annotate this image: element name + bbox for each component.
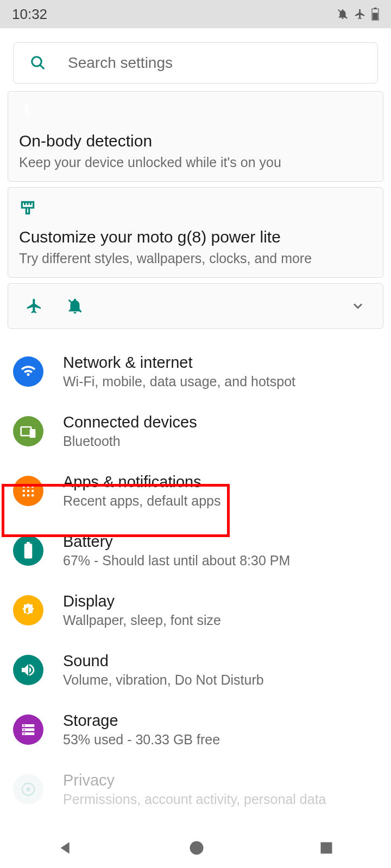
privacy-icon [13, 774, 43, 805]
status-bar: 10:32 [0, 0, 391, 28]
nav-bar [0, 828, 391, 868]
svg-point-4 [32, 57, 42, 67]
svg-rect-8 [21, 427, 31, 436]
row-network[interactable]: Network & internet Wi-Fi, mobile, data u… [0, 342, 391, 401]
row-subtitle: Bluetooth [63, 433, 197, 449]
svg-point-25 [23, 725, 25, 726]
customize-card[interactable]: Customize your moto g(8) power lite Try … [8, 187, 383, 278]
row-privacy[interactable]: Privacy Permissions, account activity, p… [0, 760, 391, 819]
row-title: Connected devices [63, 413, 197, 431]
nav-home-icon[interactable] [188, 840, 205, 856]
svg-rect-9 [30, 429, 36, 438]
customize-title: Customize your moto g(8) power lite [19, 228, 372, 246]
row-title: Sound [63, 652, 264, 670]
svg-point-27 [23, 733, 25, 735]
brightness-icon [13, 595, 43, 626]
row-sound[interactable]: Sound Volume, vibration, Do Not Disturb [0, 640, 391, 700]
settings-list: Network & internet Wi-Fi, mobile, data u… [0, 334, 391, 819]
highlight-box [2, 484, 230, 537]
onbody-card[interactable]: On-body detection Keep your device unloc… [8, 91, 383, 182]
svg-point-30 [190, 841, 204, 855]
onbody-title: On-body detection [19, 132, 372, 150]
row-title: Display [63, 592, 221, 610]
customize-subtitle: Try different styles, wallpapers, clocks… [19, 251, 372, 266]
row-subtitle: Volume, vibration, Do Not Disturb [63, 672, 264, 688]
row-title: Network & internet [63, 354, 295, 372]
quick-toggles-card[interactable] [8, 283, 383, 329]
sound-icon [13, 655, 43, 685]
row-title: Privacy [63, 771, 326, 789]
onbody-subtitle: Keep your device unlocked while it's on … [19, 155, 372, 170]
svg-rect-3 [373, 13, 378, 20]
devices-icon [13, 416, 43, 446]
battery-icon [13, 535, 43, 566]
status-icons [337, 8, 379, 21]
svg-rect-20 [24, 544, 33, 559]
chevron-down-icon[interactable] [350, 298, 365, 314]
dnd-toggle-icon [66, 297, 84, 315]
row-storage[interactable]: Storage 53% used - 30.33 GB free [0, 700, 391, 760]
svg-rect-19 [27, 542, 30, 544]
search-settings[interactable]: Search settings [13, 42, 378, 84]
search-icon [30, 55, 46, 71]
battery-icon [371, 8, 379, 21]
wifi-icon [13, 356, 43, 387]
row-subtitle: Wi-Fi, mobile, data usage, and hotspot [63, 374, 295, 390]
svg-point-29 [26, 787, 30, 792]
walk-icon [19, 103, 372, 125]
row-subtitle: Wallpaper, sleep, font size [63, 612, 221, 628]
row-display[interactable]: Display Wallpaper, sleep, font size [0, 580, 391, 640]
search-placeholder: Search settings [68, 54, 173, 72]
nav-recent-icon[interactable] [319, 840, 334, 856]
airplane-toggle-icon [26, 297, 43, 315]
svg-point-26 [23, 729, 25, 731]
nav-back-icon[interactable] [57, 839, 74, 857]
storage-icon [13, 714, 43, 745]
airplane-icon [354, 8, 366, 20]
svg-rect-31 [321, 843, 332, 854]
row-title: Storage [63, 712, 220, 730]
row-connected[interactable]: Connected devices Bluetooth [0, 401, 391, 461]
svg-line-5 [40, 65, 45, 69]
row-subtitle: Permissions, account activity, personal … [63, 792, 326, 807]
row-subtitle: 53% used - 30.33 GB free [63, 732, 220, 748]
row-subtitle: 67% - Should last until about 8:30 PM [63, 553, 290, 569]
status-time: 10:32 [12, 6, 47, 23]
brush-icon [19, 199, 372, 221]
dnd-off-icon [337, 8, 349, 20]
